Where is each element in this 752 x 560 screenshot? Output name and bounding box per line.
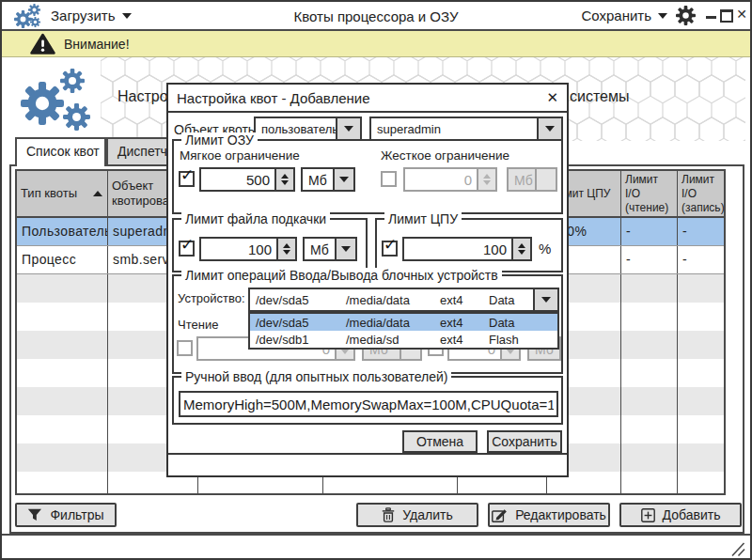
manual-input-legend: Ручной ввод (для опытных пользователей): [181, 369, 451, 384]
read-label: Чтение: [178, 318, 218, 332]
cell-io-read: -: [621, 218, 678, 245]
status-bar: [2, 534, 750, 558]
chevron-down-icon[interactable]: [336, 118, 360, 139]
device-dropdown-list: /dev/sda5 /media/data ext4 Data /dev/sdb…: [248, 312, 559, 350]
cpu-limit-spinner[interactable]: 100: [402, 237, 532, 261]
resize-grip-icon[interactable]: [728, 541, 746, 557]
cell-quota-type: Процесс: [17, 246, 108, 273]
spinner-arrows-icon: [477, 169, 495, 190]
chevron-down-icon: [535, 169, 556, 190]
cpu-limit-fieldset: Лимит ЦПУ ✓ 100 %: [375, 218, 563, 272]
maximize-button[interactable]: [720, 9, 733, 23]
ram-limit-legend: Лимит ОЗУ: [181, 132, 258, 148]
io-limit-legend: Лимит операций Ввода/Вывода блочных устр…: [181, 268, 502, 283]
warning-text: Внимание!: [64, 37, 130, 52]
spinner-arrows-icon[interactable]: [274, 169, 293, 190]
titlebar: Загрузить Квоты процессора и ОЗУ Сохрани…: [2, 2, 750, 31]
save-button[interactable]: Сохранить: [487, 430, 562, 453]
edit-button[interactable]: Редактировать: [488, 503, 610, 527]
settings-gear-icon[interactable]: [676, 6, 696, 25]
load-menu[interactable]: Загрузить: [51, 8, 132, 23]
device-volume-label: Data: [489, 293, 533, 310]
cpu-limit-value: 100: [404, 239, 511, 259]
save-menu-label: Сохранить: [581, 8, 651, 23]
cell-io-read: -: [621, 246, 678, 273]
swap-limit-value: 100: [201, 239, 276, 259]
manual-input-fieldset: Ручной ввод (для опытных пользователей): [172, 376, 563, 425]
chevron-down-icon[interactable]: [333, 169, 353, 190]
dialog-close-icon[interactable]: ✕: [546, 89, 558, 106]
spinner-arrows-icon[interactable]: [511, 239, 530, 259]
page-title-right-fragment: системы: [570, 88, 629, 105]
hard-limit-label: Жесткое ограничение: [381, 148, 509, 163]
save-menu[interactable]: Сохранить: [581, 8, 667, 23]
sort-ascending-icon: [93, 191, 102, 196]
chevron-down-icon[interactable]: [537, 118, 561, 139]
minimize-button[interactable]: [706, 16, 716, 19]
filters-button[interactable]: Фильтры: [15, 503, 117, 527]
app-logo-gears-large-icon: [21, 69, 105, 134]
add-button[interactable]: Добавить: [619, 503, 742, 527]
warning-banner: Внимание!: [2, 31, 750, 57]
soft-limit-spinner[interactable]: 500: [199, 167, 295, 192]
swap-limit-fieldset: Лимит файла подкачки ✓ 100 Мб: [172, 218, 368, 272]
load-menu-label: Загрузить: [51, 8, 116, 23]
device-mount: /media/data: [346, 293, 440, 310]
device-label: Устройство:: [178, 291, 245, 305]
cell-io-write: -: [678, 218, 726, 245]
swap-limit-unit-value: Мб: [305, 239, 335, 259]
dialog-footer-strip: [168, 453, 567, 475]
check-icon: ✓: [180, 165, 194, 184]
chevron-down-icon: [658, 13, 667, 19]
device-fs: ext4: [440, 293, 489, 310]
hard-limit-value: 0: [405, 169, 477, 190]
hard-limit-spinner: 0: [403, 167, 497, 192]
filter-funnel-icon: [27, 508, 42, 521]
quota-object-name-select[interactable]: superadmin: [369, 117, 563, 141]
swap-limit-checkbox[interactable]: ✓: [179, 241, 195, 257]
hard-limit-unit-value: Мб: [509, 169, 535, 190]
plus-square-icon: [641, 508, 655, 522]
spinner-arrows-icon[interactable]: [276, 239, 295, 259]
quota-settings-dialog: Настройка квот - Добавление ✕ Объект кво…: [166, 83, 569, 477]
quota-object-type-select[interactable]: пользователь: [254, 117, 362, 141]
cancel-button[interactable]: Отмена: [402, 430, 478, 453]
manual-input-field[interactable]: [179, 391, 558, 417]
dialog-title-separator: [168, 111, 567, 113]
io-read-checkbox[interactable]: [177, 340, 193, 356]
soft-limit-value: 500: [201, 169, 274, 190]
swap-limit-legend: Лимит файла подкачки: [181, 211, 330, 226]
cell-quota-type: Пользователь: [17, 218, 108, 245]
cpu-limit-checkbox[interactable]: ✓: [382, 241, 398, 257]
trash-icon: [382, 507, 395, 522]
swap-limit-spinner[interactable]: 100: [199, 237, 297, 261]
filters-button-label: Фильтры: [50, 507, 103, 522]
hard-limit-checkbox[interactable]: [381, 171, 397, 187]
soft-limit-label: Мягкое ограничение: [180, 148, 300, 163]
column-header-io-read-limit[interactable]: Лимит I/O (чтение): [621, 171, 678, 216]
device-select[interactable]: /dev/sda5 /media/data ext4 Data: [248, 288, 559, 312]
swap-limit-unit-select[interactable]: Мб: [303, 237, 357, 261]
device-option-sda5[interactable]: /dev/sda5 /media/data ext4 Data: [250, 314, 557, 331]
window-title: Квоты процессора и ОЗУ: [143, 8, 609, 24]
soft-limit-unit-value: Мб: [303, 169, 333, 190]
device-option-sdb1[interactable]: /dev/sdb1 /media/sd ext4 Flash: [250, 331, 557, 348]
ram-limit-fieldset: Лимит ОЗУ Мягкое ограничение Жесткое огр…: [172, 139, 563, 214]
quota-object-type-value: пользователь: [256, 118, 336, 139]
chevron-down-icon[interactable]: [335, 239, 355, 259]
cpu-percent-label: %: [539, 241, 551, 257]
soft-limit-unit-select[interactable]: Мб: [301, 167, 355, 192]
delete-button[interactable]: Удалить: [356, 503, 478, 527]
chevron-down-icon: [122, 13, 132, 19]
check-icon: ✓: [384, 235, 397, 254]
column-header-io-write-limit[interactable]: Лимит I/O (запись): [678, 171, 726, 216]
tab-quota-list[interactable]: Список квот: [15, 137, 106, 166]
edit-pencil-icon: [492, 508, 508, 522]
chevron-down-icon[interactable]: [533, 289, 557, 310]
column-header-quota-type[interactable]: Тип квоты: [17, 171, 108, 216]
soft-limit-checkbox[interactable]: ✓: [179, 171, 195, 187]
dialog-title: Настройка квот - Добавление: [177, 90, 370, 106]
check-icon: ✓: [180, 235, 194, 254]
close-window-button[interactable]: ✕: [736, 7, 747, 22]
delete-button-label: Удалить: [402, 507, 452, 522]
